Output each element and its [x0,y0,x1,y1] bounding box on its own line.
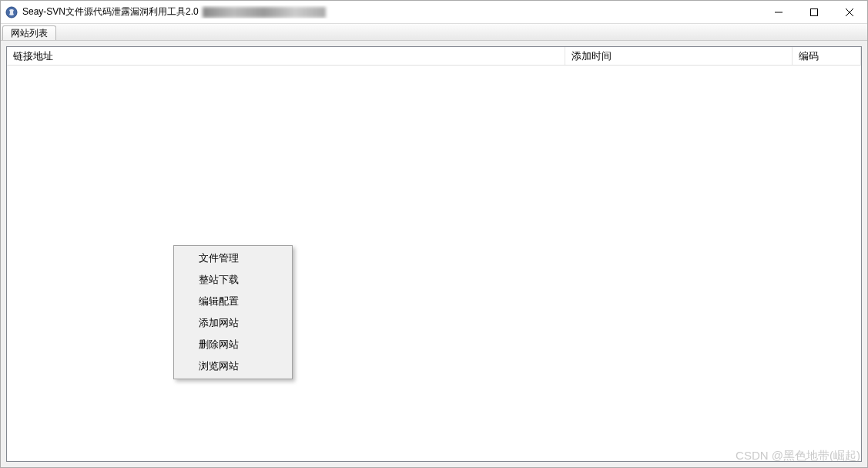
title-redacted [203,7,326,18]
context-item-delete-site[interactable]: 删除网站 [176,334,290,355]
context-item-add-site[interactable]: 添加网站 [176,312,290,334]
close-button[interactable] [832,1,867,23]
content-area: 链接地址 添加时间 编码 [1,41,867,467]
context-menu: 文件管理 整站下载 编辑配置 添加网站 删除网站 浏览网站 [173,245,293,379]
app-window: Seay-SVN文件源代码泄露漏洞利用工具2.0 网站列表 链接地址 [0,0,868,468]
column-header-encoding[interactable]: 编码 [793,47,861,65]
website-listview[interactable]: 链接地址 添加时间 编码 [6,46,862,462]
tab-bar: 网站列表 [1,24,867,41]
maximize-button[interactable] [796,1,832,23]
minimize-button[interactable] [761,1,796,23]
column-header-time[interactable]: 添加时间 [565,47,793,65]
context-item-full-download[interactable]: 整站下载 [176,269,290,291]
list-body[interactable] [7,66,861,461]
titlebar: Seay-SVN文件源代码泄露漏洞利用工具2.0 [1,1,867,24]
window-controls [761,1,867,23]
tab-label: 网站列表 [11,27,48,40]
column-header-url[interactable]: 链接地址 [7,47,565,65]
tab-website-list[interactable]: 网站列表 [2,25,56,40]
svg-rect-2 [811,8,818,15]
context-item-edit-config[interactable]: 编辑配置 [176,291,290,312]
context-item-browse-site[interactable]: 浏览网站 [176,355,290,377]
context-item-file-manage[interactable]: 文件管理 [176,247,290,269]
list-headers: 链接地址 添加时间 编码 [7,47,861,66]
app-icon [5,6,18,19]
window-title: Seay-SVN文件源代码泄露漏洞利用工具2.0 [22,5,761,19]
